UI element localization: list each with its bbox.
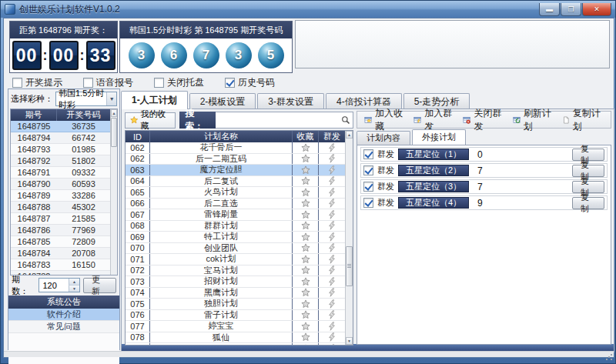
plan-row[interactable]: 066后二直选 — [126, 199, 345, 210]
plan-button[interactable]: 五星定位（1） — [398, 149, 469, 160]
sidebar-item-software-intro[interactable]: 软件介绍 — [8, 309, 119, 321]
plan-row[interactable]: 068群群计划 — [126, 221, 345, 232]
refresh-plan-button[interactable]: 刷新计划 — [509, 112, 558, 128]
history-row[interactable]: 164879251802 — [11, 155, 110, 167]
broadcast-bolt-icon[interactable] — [319, 254, 345, 265]
search-input[interactable] — [216, 112, 341, 128]
sidebar-item-faq[interactable]: 常见问题 — [8, 321, 119, 333]
plans-scrollbar[interactable]: ▲ ▼ — [345, 131, 353, 345]
broadcast-bolt-icon[interactable] — [319, 343, 345, 345]
broadcast-bolt-icon[interactable] — [319, 276, 345, 287]
scroll-up-icon[interactable]: ▲ — [346, 131, 353, 139]
plan-row[interactable]: 078狐仙 — [126, 332, 345, 344]
minimize-button[interactable]: ▬ — [539, 3, 560, 16]
plan-button[interactable]: 五星定位（4） — [398, 197, 469, 209]
favorite-star-icon[interactable] — [293, 299, 319, 309]
favorite-star-icon[interactable] — [293, 187, 319, 198]
favorite-star-icon[interactable] — [293, 199, 319, 209]
plan-row[interactable]: 072宝马计划 — [126, 265, 345, 277]
favorite-star-icon[interactable] — [293, 265, 319, 276]
broadcast-checkbox[interactable] — [363, 198, 373, 208]
history-row[interactable]: 164879301985 — [11, 144, 110, 155]
update-button[interactable]: 更新 — [83, 278, 116, 293]
favorite-star-icon[interactable] — [293, 209, 319, 220]
history-row[interactable]: 164878572809 — [11, 236, 110, 248]
plan-row[interactable]: 062后一二期五码 — [126, 154, 345, 165]
history-row[interactable]: 164879466742 — [11, 132, 110, 144]
history-row[interactable]: 164878933286 — [11, 190, 110, 202]
broadcast-bolt-icon[interactable] — [319, 265, 345, 276]
plan-row[interactable]: 074黑鹰计划 — [126, 288, 345, 299]
plan-row[interactable]: 071cok计划 — [126, 254, 345, 265]
spin-up-icon[interactable]: ▲ — [69, 279, 79, 286]
resize-grip[interactable] — [605, 353, 613, 361]
checkbox[interactable] — [154, 78, 164, 88]
maximize-button[interactable]: ❐ — [561, 3, 581, 16]
favorite-star-icon[interactable] — [293, 276, 319, 287]
plan-row-partial[interactable] — [126, 343, 345, 345]
plan-row[interactable]: 075独胆计划 — [126, 299, 345, 310]
broadcast-bolt-icon[interactable] — [319, 232, 345, 242]
history-row[interactable]: 164878677969 — [11, 225, 110, 236]
broadcast-bolt-icon[interactable] — [319, 332, 345, 343]
broadcast-bolt-icon[interactable] — [319, 321, 345, 332]
history-row[interactable]: 164879536735 — [11, 121, 110, 132]
checkbox[interactable] — [12, 78, 22, 88]
option-history-numbers[interactable]: 历史号码 — [225, 76, 275, 88]
plan-row[interactable]: 073招财计划 — [126, 276, 345, 288]
plan-button[interactable]: 五星定位（3） — [398, 181, 469, 192]
history-row-partial[interactable]: 1648782 — [11, 271, 110, 275]
broadcast-bolt-icon[interactable] — [319, 154, 345, 165]
tab-external-plan[interactable]: 外接计划 — [412, 129, 466, 145]
plan-row[interactable]: 070创业团队 — [126, 243, 345, 255]
broadcast-bolt-icon[interactable] — [319, 142, 345, 153]
plan-row[interactable]: 077婷宝宝 — [126, 321, 345, 332]
copy-button[interactable]: 复制 — [572, 197, 604, 209]
my-favorites-button[interactable]: 我的收藏 — [125, 112, 176, 129]
plan-row[interactable]: 065火鸟计划 — [126, 187, 345, 199]
tab-manual-plan[interactable]: 1-人工计划 — [121, 91, 188, 109]
favorite-star-icon[interactable] — [293, 165, 319, 175]
broadcast-bolt-icon[interactable] — [319, 199, 345, 209]
broadcast-checkbox[interactable] — [363, 149, 373, 159]
history-row[interactable]: 164878845302 — [11, 202, 110, 213]
scroll-up-icon[interactable]: ▲ — [111, 109, 117, 117]
checkbox[interactable] — [83, 78, 93, 88]
broadcast-bolt-icon[interactable] — [319, 187, 345, 198]
add-broadcast-button[interactable]: 加入群发 — [410, 112, 459, 128]
history-scrollbar[interactable]: ▲ — [110, 109, 117, 275]
periods-stepper[interactable]: ▲ ▼ — [38, 278, 80, 292]
favorite-star-icon[interactable] — [293, 232, 319, 242]
favorite-star-icon[interactable] — [293, 176, 319, 187]
history-row[interactable]: 164878721585 — [11, 213, 110, 225]
broadcast-checkbox[interactable] — [363, 165, 373, 175]
broadcast-checkbox[interactable] — [363, 182, 373, 192]
plan-row[interactable]: 067雷锋刷量 — [126, 209, 345, 221]
history-row[interactable]: 164879109332 — [11, 167, 110, 179]
search-icon[interactable] — [341, 115, 350, 125]
favorite-star-icon[interactable] — [293, 221, 319, 232]
plan-row[interactable]: 069特工计划 — [126, 232, 345, 243]
broadcast-bolt-icon[interactable] — [319, 288, 345, 299]
broadcast-bolt-icon[interactable] — [319, 310, 345, 321]
history-row[interactable]: 164879060593 — [11, 179, 110, 190]
favorite-star-icon[interactable] — [293, 288, 319, 299]
scrollbar-thumb[interactable] — [346, 246, 353, 286]
plan-row[interactable]: 064后二复试 — [126, 176, 345, 188]
favorite-star-icon[interactable] — [293, 310, 319, 321]
close-broadcast-button[interactable]: 关闭群发 — [459, 112, 508, 128]
spin-down-icon[interactable]: ▼ — [69, 286, 79, 292]
add-favorite-button[interactable]: 加入收藏 — [360, 112, 410, 128]
plan-row-selected[interactable]: 063魔方定位胆 — [126, 165, 345, 176]
favorite-star-icon[interactable] — [293, 154, 319, 165]
tab-broadcast-settings[interactable]: 3-群发设置 — [257, 93, 324, 109]
broadcast-bolt-icon[interactable] — [319, 243, 345, 254]
favorite-star-icon[interactable] — [293, 332, 319, 343]
favorite-star-icon[interactable] — [293, 343, 319, 345]
broadcast-bolt-icon[interactable] — [319, 299, 345, 309]
broadcast-bolt-icon[interactable] — [319, 209, 345, 220]
title-bar[interactable]: 创世娱乐计划软件V1.0.2 ▬ ❐ ✕ — [1, 1, 615, 18]
plan-button[interactable]: 五星定位（2） — [398, 165, 469, 176]
close-button[interactable]: ✕ — [582, 3, 611, 16]
broadcast-bolt-icon[interactable] — [319, 165, 345, 175]
